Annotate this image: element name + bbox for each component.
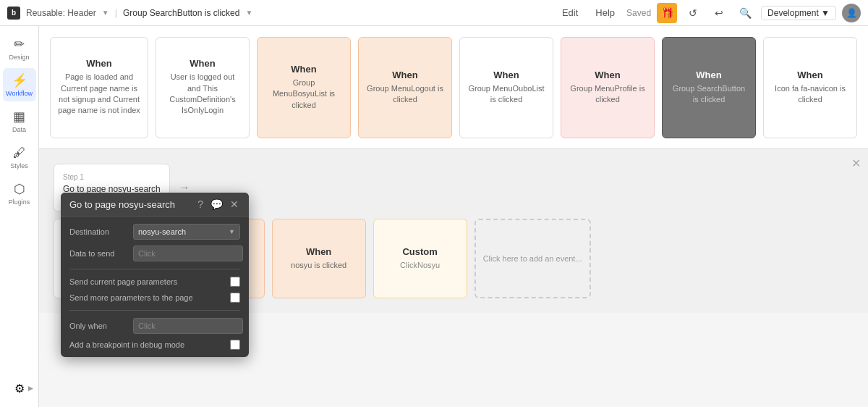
destination-selector[interactable]: nosyu-search ▼ bbox=[133, 224, 240, 240]
when-card-0[interactable]: When Page is loaded and Current page nam… bbox=[50, 37, 148, 138]
add-event-text: Click here to add an event... bbox=[483, 254, 582, 263]
sidebar-design-label: Design bbox=[9, 54, 29, 61]
modal-header: Go to page nosyu-search ? 💬 ✕ bbox=[61, 193, 249, 217]
when-card-4[interactable]: When Group MenuOuboList is clicked bbox=[459, 37, 553, 138]
canvas-when-card-2[interactable]: When nosyu is clicked bbox=[272, 219, 366, 298]
sidebar-item-design[interactable]: ✏ Design bbox=[3, 32, 36, 65]
sidebar-bottom: ⚙ ▶ bbox=[3, 375, 36, 401]
modal-comment-button[interactable]: 💬 bbox=[209, 198, 224, 210]
modal-title: Go to page nosyu-search bbox=[69, 199, 192, 210]
destination-label: Destination bbox=[69, 227, 127, 236]
divider-1 bbox=[69, 269, 240, 269]
only-when-label: Only when bbox=[69, 322, 127, 330]
data-to-send-row: Data to send bbox=[69, 246, 240, 261]
data-to-send-label: Data to send bbox=[69, 249, 127, 258]
debug-label: Add a breakpoint in debug mode bbox=[69, 340, 224, 349]
when-card-6[interactable]: When Group SearchButton is clicked bbox=[662, 37, 756, 138]
styles-icon: 🖋 bbox=[13, 146, 26, 161]
when-card-1[interactable]: When User is logged out and This CustomD… bbox=[156, 37, 250, 138]
dev-mode-selector[interactable]: Development ▼ bbox=[761, 6, 836, 20]
when-card-5[interactable]: When Group MenuProfile is clicked bbox=[561, 37, 655, 138]
send-more-checkbox[interactable] bbox=[230, 293, 240, 303]
send-current-label: Send current page parameters bbox=[69, 277, 224, 286]
sidebar-item-data[interactable]: ▦ Data bbox=[3, 104, 36, 138]
workflow-icon: ⚡ bbox=[12, 72, 27, 88]
when-card-3[interactable]: When Group MenuLogout is clicked bbox=[358, 37, 452, 138]
app-logo: b bbox=[7, 7, 20, 20]
sidebar-plugins-label: Plugins bbox=[9, 198, 30, 206]
modal-close-button[interactable]: ✕ bbox=[229, 198, 240, 210]
topbar-separator: | bbox=[115, 7, 117, 18]
modal-help-button[interactable]: ? bbox=[196, 198, 205, 210]
title-arrow: ▼ bbox=[102, 9, 109, 17]
reusable-title: Reusable: Header bbox=[26, 8, 96, 18]
plugins-icon: ⬡ bbox=[14, 181, 25, 197]
gift-icon: 🎁 bbox=[661, 7, 673, 19]
data-to-send-input[interactable] bbox=[133, 246, 243, 261]
help-button[interactable]: Help bbox=[590, 6, 621, 20]
search-button[interactable]: 🔍 bbox=[735, 3, 755, 23]
when-card-2[interactable]: When Group MenuBosyuList is clicked bbox=[257, 37, 351, 138]
data-icon: ▦ bbox=[13, 109, 25, 125]
send-more-row: Send more parameters to the page bbox=[69, 293, 240, 303]
gift-button[interactable]: 🎁 bbox=[657, 3, 677, 23]
canvas-close-button[interactable]: ✕ bbox=[851, 156, 861, 170]
go-to-page-modal: Go to page nosyu-search ? 💬 ✕ Destinatio… bbox=[61, 193, 249, 357]
main-layout: ✏ Design ⚡ Workflow ▦ Data 🖋 Styles ⬡ Pl… bbox=[0, 26, 868, 407]
avatar-icon: 👤 bbox=[846, 8, 857, 18]
sidebar-data-label: Data bbox=[12, 126, 26, 133]
when-card-7[interactable]: When Icon fa fa-navicon is clicked bbox=[763, 37, 857, 138]
destination-row: Destination nosyu-search ▼ bbox=[69, 224, 240, 240]
undo-icon: ↩ bbox=[715, 7, 723, 19]
sidebar: ✏ Design ⚡ Workflow ▦ Data 🖋 Styles ⬡ Pl… bbox=[0, 26, 39, 407]
destination-arrow-icon: ▼ bbox=[229, 228, 235, 235]
debug-checkbox[interactable] bbox=[230, 340, 240, 350]
sidebar-item-styles[interactable]: 🖋 Styles bbox=[3, 140, 36, 174]
debug-row: Add a breakpoint in debug mode bbox=[69, 340, 240, 350]
send-more-label: Send more parameters to the page bbox=[69, 293, 224, 302]
saved-status: Saved bbox=[626, 8, 651, 18]
add-event-card[interactable]: Click here to add an event... bbox=[475, 219, 591, 298]
user-avatar[interactable]: 👤 bbox=[842, 4, 861, 22]
destination-value: nosyu-search bbox=[138, 227, 229, 236]
sidebar-item-workflow[interactable]: ⚡ Workflow bbox=[3, 68, 36, 101]
design-icon: ✏ bbox=[14, 36, 25, 52]
search-icon: 🔍 bbox=[739, 7, 752, 19]
edit-button[interactable]: Edit bbox=[556, 6, 584, 20]
workflow-arrow: ▼ bbox=[245, 9, 252, 17]
reload-icon: ↺ bbox=[689, 7, 697, 19]
logo-letter: b bbox=[12, 9, 16, 17]
reload-button[interactable]: ↺ bbox=[683, 3, 703, 23]
only-when-input[interactable] bbox=[133, 318, 243, 334]
modal-body: Destination nosyu-search ▼ Data to send bbox=[61, 217, 249, 357]
content-area: When Page is loaded and Current page nam… bbox=[39, 26, 868, 407]
send-current-checkbox[interactable] bbox=[230, 277, 240, 287]
canvas-container: Step 1 Go to page nosyu-search delete → … bbox=[39, 149, 868, 313]
topbar-icons: 🎁 ↺ ↩ 🔍 bbox=[657, 3, 755, 23]
undo-button[interactable]: ↩ bbox=[709, 3, 729, 23]
step-row: Step 1 Go to page nosyu-search delete → … bbox=[39, 149, 868, 219]
workflow-cards-row: When Page is loaded and Current page nam… bbox=[39, 26, 868, 149]
settings-icon: ⚙ bbox=[14, 382, 25, 395]
only-when-row: Only when bbox=[69, 318, 240, 334]
sidebar-item-settings[interactable]: ⚙ ▶ bbox=[3, 375, 36, 401]
send-current-row: Send current page parameters bbox=[69, 277, 240, 287]
sidebar-item-plugins[interactable]: ⬡ Plugins bbox=[3, 177, 36, 210]
step-label: Step 1 bbox=[63, 173, 161, 181]
sidebar-workflow-label: Workflow bbox=[6, 90, 33, 97]
divider-2 bbox=[69, 310, 240, 311]
topbar: b Reusable: Header ▼ | Group SearchButto… bbox=[0, 0, 868, 26]
sidebar-styles-label: Styles bbox=[10, 162, 28, 169]
workflow-name: Group SearchButton is clicked bbox=[123, 8, 239, 18]
custom-card[interactable]: Custom ClickNosyu bbox=[373, 219, 467, 298]
